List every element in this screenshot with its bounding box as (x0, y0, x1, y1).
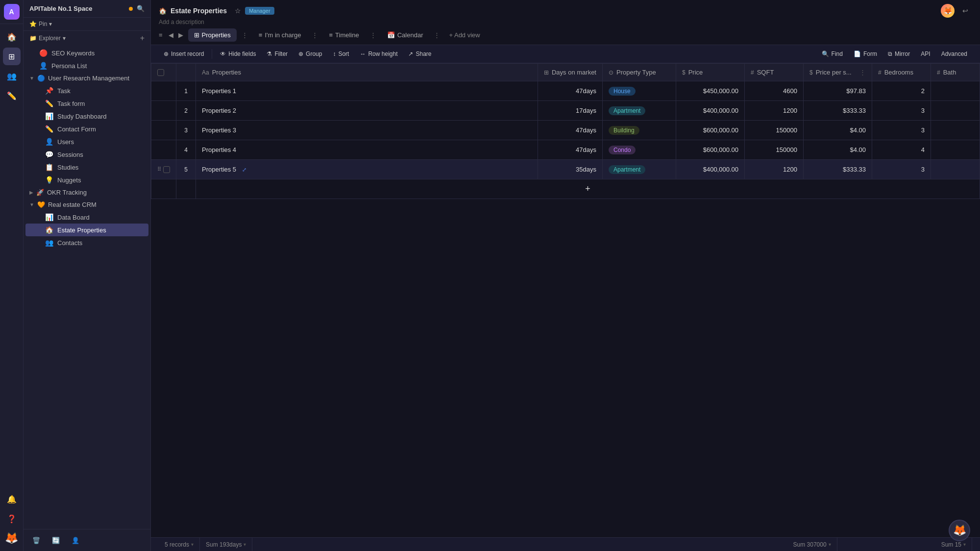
tab-timeline-more[interactable]: ⋮ (367, 29, 379, 41)
row-price-per: $333.33 (804, 101, 872, 121)
sidebar-group-user-research[interactable]: ▼ 🔵 User Research Management (24, 72, 150, 84)
sidebar-group-okr[interactable]: ▶ 🚀 OKR Tracking (24, 186, 150, 199)
nav-forward-icon[interactable]: ▶ (176, 29, 185, 41)
sort-button[interactable]: ↕ Sort (328, 48, 354, 60)
find-button[interactable]: 🔍 Find (817, 48, 848, 60)
api-button[interactable]: API (916, 48, 935, 60)
col-sqft-header[interactable]: # SQFT (745, 64, 804, 81)
col-properties-label: Properties (212, 69, 241, 76)
insert-record-button[interactable]: ⊕ Insert record (159, 48, 209, 60)
status-sum-days[interactable]: Sum 193days ▾ (200, 538, 252, 551)
sidebar-item-users[interactable]: 👤 Users (25, 135, 148, 148)
row-height-button[interactable]: ↔ Row height (355, 48, 402, 60)
nav-team-icon[interactable]: 👥 (3, 67, 21, 85)
row-checkbox[interactable] (163, 166, 170, 173)
share-label: Share (416, 50, 431, 57)
col-type-header[interactable]: ⊙ Property Type (603, 64, 676, 81)
pin-bar[interactable]: ⭐ Pin ▾ (24, 18, 150, 31)
row-property-name[interactable]: Properties 4 (196, 140, 538, 160)
col-price-header[interactable]: $ Price (676, 64, 745, 81)
filter-button[interactable]: ⚗ Filter (262, 48, 293, 60)
floating-avatar[interactable]: 🦊 (949, 520, 970, 541)
user-add-icon[interactable]: 👤 (69, 533, 82, 547)
row-drag-icon[interactable]: ⠿ (157, 166, 161, 173)
col-bedrooms-header[interactable]: # Bedrooms (872, 64, 931, 81)
page-description[interactable]: Add a description (151, 19, 980, 27)
tab-timeline[interactable]: ≡ Timeline (323, 28, 365, 42)
add-item-icon[interactable]: + (140, 34, 145, 43)
sidebar-item-contact-form[interactable]: ✏️ Contact Form (25, 123, 148, 135)
nav-home-icon[interactable]: 🏠 (3, 28, 21, 46)
status-records-count[interactable]: 5 records ▾ (159, 538, 200, 551)
add-row-button[interactable]: + (196, 179, 980, 199)
group-button[interactable]: ⊕ Group (294, 48, 327, 60)
col-properties-header[interactable]: Aa Properties (196, 64, 538, 81)
filter-label: Filter (274, 50, 288, 57)
table-area: Aa Properties ⊞ Days on market ⊙ P (151, 63, 980, 537)
row-property-name[interactable]: Properties 5 ⤢ (196, 160, 538, 179)
row-property-name[interactable]: Properties 2 (196, 101, 538, 121)
sidebar-item-seo-keywords[interactable]: 🔴 SEO Keywords (25, 47, 148, 59)
sidebar-item-task[interactable]: 📌 Task (25, 84, 148, 97)
topbar-title-icon: 🏠 (159, 7, 167, 15)
tab-calendar-more[interactable]: ⋮ (431, 29, 443, 41)
workspace-avatar[interactable]: A (4, 4, 20, 20)
nav-pen-icon[interactable]: ✏️ (3, 87, 21, 104)
sidebar-item-nuggets[interactable]: 💡 Nuggets (25, 174, 148, 186)
row-checkbox-cell: ⠿ (151, 160, 176, 179)
row-property-name[interactable]: Properties 1 (196, 81, 538, 101)
row-price-per: $333.33 (804, 160, 872, 179)
sidebar-item-task-form[interactable]: ✏️ Task form (25, 97, 148, 110)
star-favorite-icon[interactable]: ☆ (235, 7, 241, 15)
row-property-name[interactable]: Properties 3 (196, 121, 538, 140)
sidebar-item-persona-list[interactable]: 👤 Persona List (25, 59, 148, 72)
row-expand-icon[interactable]: ⤢ (242, 167, 246, 173)
col-days-header[interactable]: ⊞ Days on market (538, 64, 602, 81)
refresh-icon[interactable]: 🔄 (49, 533, 63, 547)
row-price: $450,000.00 (676, 81, 745, 101)
nav-help-icon[interactable]: ❓ (3, 510, 21, 527)
explorer-label[interactable]: Explorer (39, 35, 61, 42)
search-icon[interactable]: 🔍 (137, 5, 145, 12)
sidebar-item-data-board[interactable]: 📊 Data Board (25, 211, 148, 224)
sidebar-item-study-dashboard[interactable]: 📊 Study Dashboard (25, 110, 148, 123)
table-row: 1 Properties 1 47days House $450,000.00 … (151, 81, 980, 101)
col-price-per-header[interactable]: $ Price per s... ⋮ (804, 64, 872, 81)
records-label: 5 records (165, 541, 189, 548)
user-avatar-topbar[interactable]: 🦊 (941, 4, 955, 18)
nav-back-icon[interactable]: ◀ (167, 29, 175, 41)
nav-user-circle-icon[interactable]: 🦊 (3, 529, 21, 547)
tab-properties-more[interactable]: ⋮ (239, 29, 251, 41)
tab-calendar[interactable]: 📅 Calendar (381, 28, 429, 42)
sidebar-item-contacts[interactable]: 👥 Contacts (25, 236, 148, 249)
sidebar-group-real-estate[interactable]: ▼ 🧡 Real estate CRM (24, 199, 150, 211)
sidebar-toggle-icon[interactable]: ≡ (159, 31, 163, 39)
nav-grid-icon[interactable]: ⊞ (3, 48, 21, 65)
trash-icon[interactable]: 🗑️ (29, 533, 43, 547)
select-all-checkbox[interactable] (157, 69, 164, 76)
share-button[interactable]: ↗ Share (403, 48, 436, 60)
col-bath-header[interactable]: # Bath (931, 64, 980, 81)
row-type-tag: Building (609, 126, 639, 135)
tab-charge-more[interactable]: ⋮ (309, 29, 321, 41)
form-button[interactable]: 📄 Form (849, 48, 882, 60)
col-checkbox-header[interactable] (151, 64, 176, 81)
topbar-more-icon[interactable]: ↩ (958, 4, 972, 18)
tab-im-in-charge[interactable]: ≡ I'm in charge (253, 28, 307, 42)
tab-label: Calendar (397, 31, 423, 39)
col-more-icon[interactable]: ⋮ (859, 69, 866, 76)
mirror-button[interactable]: ⧉ Mirror (883, 48, 915, 60)
tab-properties[interactable]: ⊞ Properties (188, 28, 237, 42)
add-view-button[interactable]: + Add view (445, 29, 484, 41)
sidebar-item-studies[interactable]: 📋 Studies (25, 161, 148, 174)
share-icon: ↗ (408, 50, 413, 57)
advanced-button[interactable]: Advanced (936, 48, 972, 60)
pin-arrow-icon: ▾ (49, 21, 52, 27)
sidebar-item-estate-properties[interactable]: 🏠 Estate Properties (25, 224, 148, 236)
hide-fields-button[interactable]: 👁 Hide fields (215, 48, 261, 60)
study-dashboard-icon: 📊 (45, 112, 53, 120)
nav-bell-icon[interactable]: 🔔 (3, 490, 21, 508)
explorer-icon: 📁 (29, 35, 37, 42)
status-sum-sqft[interactable]: Sum 307000 ▾ (787, 538, 837, 551)
sidebar-item-sessions[interactable]: 💬 Sessions (25, 148, 148, 161)
